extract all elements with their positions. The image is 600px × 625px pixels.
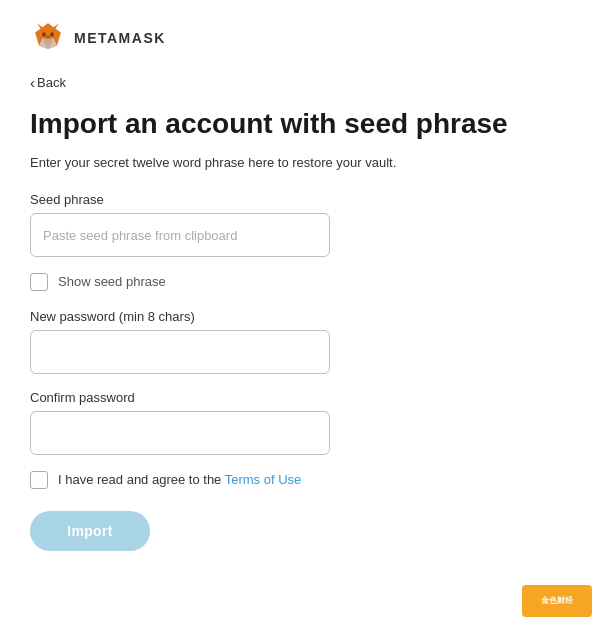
confirm-password-group: Confirm password bbox=[30, 390, 570, 455]
main-container: METAMASK Back Import an account with see… bbox=[0, 0, 600, 581]
show-seed-phrase-row: Show seed phrase bbox=[30, 273, 570, 291]
confirm-password-input[interactable] bbox=[30, 411, 330, 455]
page-subtitle: Enter your secret twelve word phrase her… bbox=[30, 155, 570, 170]
back-link[interactable]: Back bbox=[30, 74, 66, 91]
seed-phrase-input[interactable] bbox=[30, 213, 330, 257]
terms-checkbox[interactable] bbox=[30, 471, 48, 489]
terms-row: I have read and agree to the Terms of Us… bbox=[30, 471, 570, 489]
header: METAMASK bbox=[30, 20, 570, 56]
seed-phrase-label: Seed phrase bbox=[30, 192, 570, 207]
terms-text: I have read and agree to the Terms of Us… bbox=[58, 472, 301, 487]
metamask-logo-icon bbox=[30, 20, 66, 56]
new-password-group: New password (min 8 chars) bbox=[30, 309, 570, 374]
page-title: Import an account with seed phrase bbox=[30, 107, 570, 141]
confirm-password-label: Confirm password bbox=[30, 390, 570, 405]
new-password-input[interactable] bbox=[30, 330, 330, 374]
new-password-label: New password (min 8 chars) bbox=[30, 309, 570, 324]
svg-point-6 bbox=[42, 32, 46, 37]
show-seed-phrase-checkbox[interactable] bbox=[30, 273, 48, 291]
show-seed-phrase-label[interactable]: Show seed phrase bbox=[58, 274, 166, 289]
import-button[interactable]: Import bbox=[30, 511, 150, 551]
logo-text: METAMASK bbox=[74, 30, 166, 46]
watermark: 金色财经 bbox=[522, 585, 592, 617]
terms-link[interactable]: Terms of Use bbox=[225, 472, 302, 487]
svg-point-7 bbox=[50, 32, 54, 37]
seed-phrase-group: Seed phrase bbox=[30, 192, 570, 257]
